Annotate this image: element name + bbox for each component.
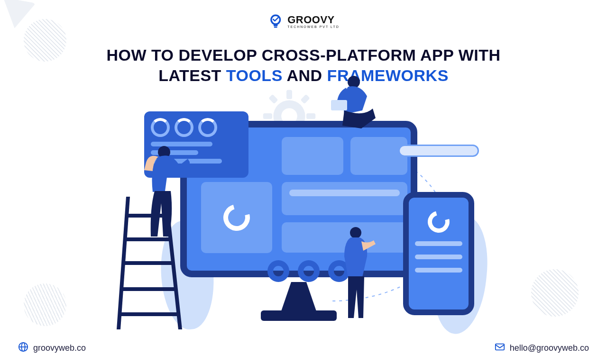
decoration-sphere-bottom-left bbox=[18, 277, 72, 332]
mobile-device bbox=[403, 192, 474, 315]
bar-line bbox=[415, 268, 463, 273]
website-text: groovyweb.co bbox=[33, 343, 86, 353]
refresh-ring-icon bbox=[219, 200, 255, 236]
decoration-sphere-bottom-right bbox=[531, 269, 579, 317]
ui-panel bbox=[282, 137, 343, 175]
svg-rect-23 bbox=[331, 100, 347, 110]
donut-icon bbox=[267, 260, 289, 282]
hero-illustration bbox=[119, 92, 488, 339]
brand-name: GROOVY bbox=[287, 15, 340, 25]
person-standing-ladder bbox=[138, 145, 190, 258]
email-text: hello@groovyweb.co bbox=[510, 343, 589, 353]
ui-panel-ring bbox=[201, 182, 272, 253]
bar-line bbox=[415, 241, 463, 246]
gauge-icon bbox=[198, 118, 217, 137]
svg-rect-9 bbox=[263, 113, 272, 119]
svg-rect-7 bbox=[286, 90, 292, 99]
svg-rect-1 bbox=[274, 25, 278, 26]
person-sitting-laptop bbox=[322, 73, 384, 130]
monitor-base bbox=[261, 310, 337, 321]
footer-contacts: groovyweb.co hello@groovyweb.co bbox=[18, 342, 589, 355]
headline-line2-pre: LATEST bbox=[158, 66, 226, 84]
decoration-triangle-top-right bbox=[0, 0, 36, 36]
brand-tagline: TECHNOWEB PVT LTD bbox=[287, 25, 340, 28]
svg-rect-10 bbox=[306, 113, 315, 119]
headline-line2-mid: AND bbox=[287, 66, 327, 84]
svg-rect-11 bbox=[268, 94, 278, 104]
email-contact: hello@groovyweb.co bbox=[495, 342, 589, 355]
svg-point-25 bbox=[350, 227, 361, 238]
page-title: HOW TO DEVELOP CROSS-PLATFORM APP WITH L… bbox=[66, 45, 541, 85]
globe-icon bbox=[18, 342, 28, 355]
gauge-icon bbox=[175, 118, 193, 137]
person-standing-phone bbox=[337, 225, 379, 325]
gauge-icon bbox=[151, 118, 170, 137]
lightbulb-icon bbox=[267, 13, 284, 29]
ui-panel-bar bbox=[282, 182, 407, 215]
website-contact: groovyweb.co bbox=[18, 342, 86, 355]
svg-rect-2 bbox=[274, 27, 277, 28]
svg-rect-12 bbox=[300, 94, 310, 104]
ui-panel bbox=[350, 137, 407, 175]
svg-rect-29 bbox=[495, 344, 504, 350]
refresh-ring-icon bbox=[424, 207, 454, 237]
brand-logo: GROOVY TECHNOWEB PVT LTD bbox=[267, 13, 340, 29]
mail-icon bbox=[495, 342, 505, 355]
donut-icon bbox=[298, 260, 320, 282]
bar-line bbox=[415, 255, 463, 259]
headline-line1: HOW TO DEVELOP CROSS-PLATFORM APP WITH bbox=[106, 46, 500, 64]
headline-accent-tools: TOOLS bbox=[226, 66, 283, 84]
search-bar-decor bbox=[398, 145, 479, 157]
